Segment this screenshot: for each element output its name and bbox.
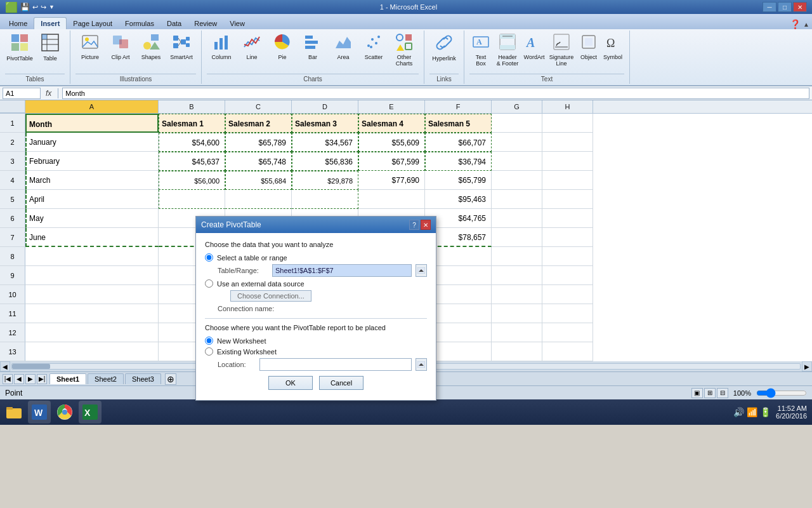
table-btn[interactable]: Table <box>36 32 65 64</box>
cell-h3[interactable] <box>542 152 593 171</box>
cell-g9[interactable] <box>492 266 542 285</box>
symbol-btn[interactable]: Ω Symbol <box>601 32 624 62</box>
object-btn[interactable]: Object <box>577 32 600 62</box>
col-header-c[interactable]: C <box>225 100 292 113</box>
create-pivot-table-dialog[interactable]: Create PivotTable ? ✕ Choose the data th… <box>195 216 436 401</box>
redo-icon[interactable]: ↪ <box>41 3 46 11</box>
cell-e4[interactable]: $77,690 <box>358 171 425 190</box>
row-header-8[interactable]: 8 <box>0 247 25 266</box>
page-layout-view-btn[interactable]: ⊞ <box>704 388 716 398</box>
cell-h13[interactable] <box>542 342 593 361</box>
col-header-h[interactable]: H <box>542 100 593 113</box>
row-header-11[interactable]: 11 <box>0 304 25 323</box>
help-icon[interactable]: ❓ <box>790 19 801 29</box>
cell-h10[interactable] <box>542 285 593 304</box>
location-input[interactable] <box>259 358 412 371</box>
tab-formulas[interactable]: Formulas <box>119 18 160 29</box>
normal-view-btn[interactable]: ▣ <box>691 388 703 398</box>
row-header-1[interactable]: 1 <box>0 114 25 133</box>
cell-e1[interactable]: Salesman 4 <box>358 114 425 133</box>
qa-dropdown-icon[interactable]: ▼ <box>49 4 55 10</box>
cell-a13[interactable] <box>25 342 159 361</box>
col-header-f[interactable]: F <box>425 100 492 113</box>
clip-art-btn[interactable]: Clip Art <box>106 32 135 62</box>
cell-f4[interactable]: $65,799 <box>425 171 492 190</box>
cell-c1[interactable]: Salesman 2 <box>225 114 292 133</box>
row-col-corner[interactable] <box>0 100 25 113</box>
cell-h6[interactable] <box>542 209 593 228</box>
row-header-5[interactable]: 5 <box>0 190 25 209</box>
cell-h5[interactable] <box>542 190 593 209</box>
ribbon-min-icon[interactable]: ▲ <box>803 21 809 28</box>
bar-chart-btn[interactable]: Bar <box>298 32 327 62</box>
cell-d3[interactable]: $56,836 <box>292 152 358 171</box>
cell-g2[interactable] <box>492 133 542 152</box>
text-box-btn[interactable]: A Text Box <box>469 32 492 69</box>
radio-table-range[interactable] <box>205 253 213 262</box>
radio-new-worksheet[interactable] <box>205 337 213 345</box>
sheet-tab-sheet1[interactable]: Sheet1 <box>49 373 86 384</box>
cell-g4[interactable] <box>492 171 542 190</box>
cell-f5[interactable]: $95,463 <box>425 190 492 209</box>
cell-g1[interactable] <box>492 114 542 133</box>
page-break-view-btn[interactable]: ⊟ <box>717 388 728 398</box>
cell-d5[interactable] <box>292 190 358 209</box>
sheet-nav-next[interactable]: ▶ <box>25 374 36 384</box>
col-header-d[interactable]: D <box>292 100 358 113</box>
scroll-right-btn[interactable]: ▶ <box>802 361 812 371</box>
cell-a3[interactable]: February <box>25 152 159 171</box>
cell-e5[interactable] <box>358 190 425 209</box>
col-header-g[interactable]: G <box>492 100 542 113</box>
col-header-e[interactable]: E <box>358 100 425 113</box>
add-sheet-btn[interactable]: ⊕ <box>165 373 176 385</box>
cell-h7[interactable] <box>542 228 593 247</box>
cell-a8[interactable] <box>25 247 159 266</box>
other-charts-btn[interactable]: Other Charts <box>390 32 419 69</box>
row-header-4[interactable]: 4 <box>0 171 25 190</box>
dialog-help-btn[interactable]: ? <box>409 220 419 230</box>
cell-a1[interactable]: Month <box>25 114 159 133</box>
cell-g8[interactable] <box>492 247 542 266</box>
cell-h4[interactable] <box>542 171 593 190</box>
minimize-btn[interactable]: ─ <box>763 2 776 12</box>
dialog-cancel-btn[interactable]: Cancel <box>319 376 363 390</box>
cell-c4[interactable]: $55,684 <box>225 171 292 190</box>
cell-h11[interactable] <box>542 304 593 323</box>
table-range-collapse-btn[interactable] <box>416 264 427 277</box>
row-header-6[interactable]: 6 <box>0 209 25 228</box>
cell-f2[interactable]: $66,707 <box>425 133 492 152</box>
cell-e2[interactable]: $55,609 <box>358 133 425 152</box>
cell-a7[interactable]: June <box>25 228 159 247</box>
close-btn[interactable]: ✕ <box>793 2 807 12</box>
wordart-btn[interactable]: A WordArt <box>523 32 546 62</box>
cell-c5[interactable] <box>225 190 292 209</box>
cell-a4[interactable]: March <box>25 171 159 190</box>
col-header-a[interactable]: A <box>25 100 159 113</box>
scroll-left-btn[interactable]: ◀ <box>0 361 10 371</box>
row-header-13[interactable]: 13 <box>0 342 25 361</box>
cell-g6[interactable] <box>492 209 542 228</box>
row-header-2[interactable]: 2 <box>0 133 25 152</box>
taskbar-app-excel[interactable]: X <box>79 401 102 424</box>
cell-b5[interactable] <box>159 190 225 209</box>
cell-d4[interactable]: $29,878 <box>292 171 358 190</box>
cell-h1[interactable] <box>542 114 593 133</box>
cell-b2[interactable]: $54,600 <box>159 133 225 152</box>
line-chart-btn[interactable]: Line <box>237 32 266 62</box>
formula-input[interactable] <box>62 88 809 99</box>
cell-a11[interactable] <box>25 304 159 323</box>
cell-reference-input[interactable] <box>3 88 41 99</box>
tab-page-layout[interactable]: Page Layout <box>67 18 119 29</box>
cell-h9[interactable] <box>542 266 593 285</box>
taskbar-app-word[interactable]: W <box>28 401 51 424</box>
tab-insert[interactable]: Insert <box>34 17 67 29</box>
cell-e3[interactable]: $67,599 <box>358 152 425 171</box>
cell-b1[interactable]: Salesman 1 <box>159 114 225 133</box>
zoom-slider[interactable] <box>756 388 807 398</box>
cell-h2[interactable] <box>542 133 593 152</box>
cell-g5[interactable] <box>492 190 542 209</box>
hyperlink-btn[interactable]: Hyperlink <box>429 32 459 64</box>
cell-a9[interactable] <box>25 266 159 285</box>
radio-external-source[interactable] <box>205 279 213 288</box>
taskbar-app-folder[interactable] <box>3 401 25 424</box>
